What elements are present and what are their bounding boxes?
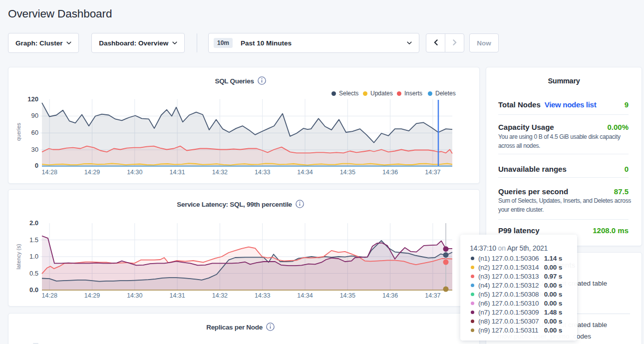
svg-text:14:29: 14:29 bbox=[84, 292, 100, 299]
svg-text:1.0: 1.0 bbox=[29, 253, 38, 260]
svg-text:14:33: 14:33 bbox=[255, 292, 270, 299]
svg-text:14:28: 14:28 bbox=[42, 169, 57, 176]
svg-text:14:37: 14:37 bbox=[425, 169, 440, 176]
svg-text:14:36: 14:36 bbox=[382, 292, 398, 299]
svg-text:60: 60 bbox=[31, 129, 38, 136]
svg-text:14:34: 14:34 bbox=[297, 169, 313, 176]
svg-text:14:29: 14:29 bbox=[84, 169, 100, 176]
svg-text:120: 120 bbox=[27, 95, 38, 103]
svg-text:0.5: 0.5 bbox=[29, 270, 38, 277]
svg-text:14:31: 14:31 bbox=[169, 169, 185, 176]
svg-text:14:35: 14:35 bbox=[340, 169, 355, 176]
svg-text:queries: queries bbox=[15, 122, 21, 141]
svg-text:14:32: 14:32 bbox=[212, 292, 228, 299]
svg-text:1.5: 1.5 bbox=[29, 236, 38, 244]
svg-text:2.0: 2.0 bbox=[29, 219, 38, 227]
svg-text:14:28: 14:28 bbox=[42, 292, 57, 299]
svg-text:14:37: 14:37 bbox=[425, 292, 440, 299]
svg-text:14:33: 14:33 bbox=[255, 169, 270, 176]
svg-text:0: 0 bbox=[35, 162, 38, 169]
svg-text:90: 90 bbox=[31, 112, 38, 119]
svg-text:14:34: 14:34 bbox=[297, 292, 313, 299]
svg-text:0.0: 0.0 bbox=[29, 286, 38, 294]
svg-text:14:36: 14:36 bbox=[382, 169, 398, 176]
svg-text:14:32: 14:32 bbox=[212, 169, 228, 176]
svg-text:30: 30 bbox=[31, 146, 38, 153]
svg-text:14:30: 14:30 bbox=[127, 292, 142, 299]
svg-text:latency (s): latency (s) bbox=[15, 244, 21, 270]
svg-text:14:31: 14:31 bbox=[169, 292, 185, 299]
svg-text:14:30: 14:30 bbox=[127, 169, 142, 176]
svg-text:14:35: 14:35 bbox=[340, 292, 355, 299]
